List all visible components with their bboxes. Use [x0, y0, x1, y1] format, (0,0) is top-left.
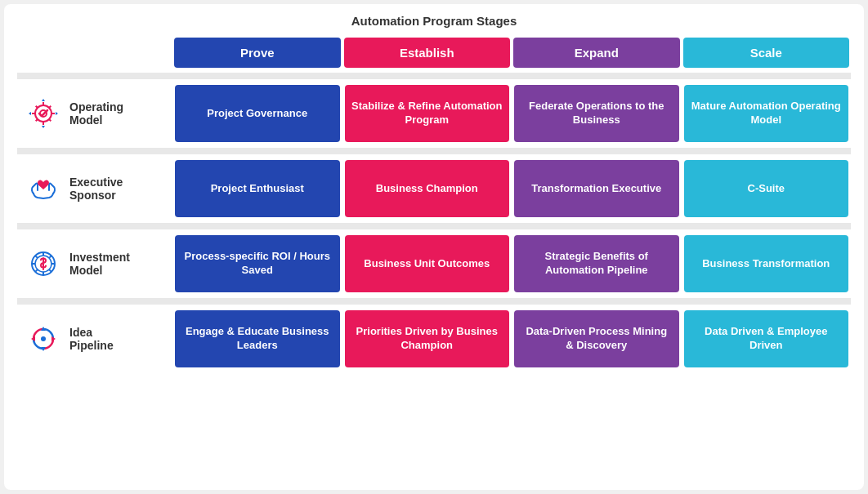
cell-operating-expand: Federate Operations to the Business	[514, 85, 679, 142]
label-executive-sponsor: Executive Sponsor	[69, 176, 123, 202]
divider-2	[17, 148, 851, 154]
recycle-arrows-icon	[25, 321, 61, 357]
header-expand: Expand	[513, 38, 680, 68]
cell-executive-prove: Project Enthusiast	[175, 160, 340, 217]
matrix-grid: Prove Establish Expand Scale	[17, 36, 851, 370]
cell-pipeline-scale: Data Driven & Employee Driven	[684, 310, 849, 367]
cell-executive-expand: Transformation Executive	[514, 160, 679, 217]
header-prove: Prove	[174, 38, 341, 68]
divider-4	[17, 298, 851, 305]
cell-pipeline-prove: Engage & Educate Business Leaders	[175, 310, 340, 367]
header-establish: Establish	[344, 38, 511, 68]
cell-executive-establish: Business Champion	[345, 160, 510, 217]
row-label-executive-sponsor: Executive Sponsor	[17, 158, 172, 220]
cell-executive-scale: C-Suite	[684, 160, 849, 217]
hands-heart-icon	[25, 171, 61, 207]
divider-1	[17, 73, 851, 79]
cell-investment-expand: Strategic Benefits of Automation Pipelin…	[514, 235, 679, 292]
header-scale: Scale	[683, 38, 850, 68]
divider-3	[17, 223, 851, 229]
cell-pipeline-establish: Priorities Driven by Busines Champion	[345, 310, 510, 367]
cell-pipeline-expand: Data-Driven Process Mining & Discovery	[514, 310, 679, 367]
cell-investment-prove: Process-specific ROI / Hours Saved	[175, 235, 340, 292]
main-container: Automation Program Stages Prove Establis…	[4, 4, 864, 490]
cell-operating-scale: Mature Automation Operating Model	[684, 85, 849, 142]
svg-point-7	[41, 336, 46, 341]
cell-operating-establish: Stabilize & Refine Automation Program	[345, 85, 510, 142]
label-idea-pipeline: Idea Pipeline	[69, 326, 114, 352]
row-label-idea-pipeline: Idea Pipeline	[17, 308, 172, 370]
page-title: Automation Program Stages	[17, 14, 851, 28]
cell-investment-scale: Business Transformation	[684, 235, 849, 292]
dollar-gear-icon	[25, 246, 61, 282]
header-empty	[17, 36, 172, 69]
cell-investment-establish: Business Unit Outcomes	[345, 235, 510, 292]
row-label-investment-model: Investment Model	[17, 233, 172, 295]
label-operating-model: Operating Model	[69, 100, 123, 127]
gear-check-icon	[25, 96, 61, 131]
label-investment-model: Investment Model	[69, 251, 130, 277]
cell-operating-prove: Project Governance	[175, 85, 340, 142]
row-label-operating-model: Operating Model	[17, 82, 172, 145]
